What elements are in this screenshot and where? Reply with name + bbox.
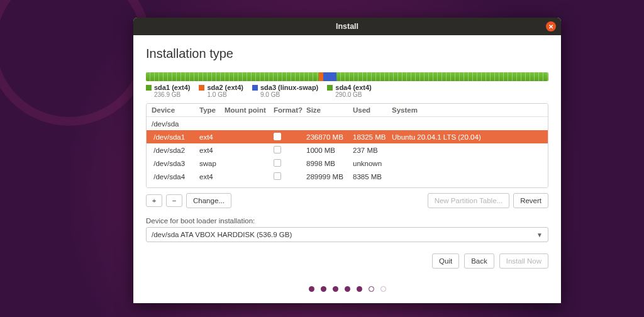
boot-loader-value: /dev/sda ATA VBOX HARDDISK (536.9 GB) (152, 231, 292, 238)
legend-swatch (146, 85, 152, 91)
legend-size: 236.9 GB (154, 91, 190, 98)
format-checkbox[interactable] (274, 159, 281, 167)
table-row[interactable]: /dev/sda1ext4236870 MB18325 MBUbuntu 20.… (147, 130, 548, 143)
legend-swatch (252, 85, 258, 91)
table-row[interactable]: /dev/sda2ext41000 MB237 MB (147, 143, 548, 157)
legend-label: sda4 (ext4) (335, 84, 371, 91)
format-checkbox[interactable] (274, 133, 281, 140)
legend-size: 1.0 GB (207, 91, 243, 98)
cell-device: /dev/sda1 (152, 133, 199, 141)
cell-system: Ubuntu 20.04.1 LTS (20.04) (392, 133, 543, 141)
back-button[interactable]: Back (464, 253, 494, 269)
page-title: Installation type (146, 47, 548, 61)
format-checkbox[interactable] (274, 146, 281, 153)
cell-used: 237 MB (353, 147, 392, 154)
col-size: Size (306, 106, 353, 114)
cell-size: 236870 MB (306, 133, 353, 141)
cell-used: 8385 MB (353, 173, 392, 181)
col-device: Device (152, 106, 199, 114)
cell-device: /dev/sda4 (152, 173, 199, 181)
quit-button[interactable]: Quit (432, 253, 459, 269)
cell-device: /dev/sda (152, 120, 199, 128)
install-now-button[interactable]: Install Now (499, 253, 548, 269)
close-icon: ✕ (548, 23, 553, 30)
cell-type: ext4 (199, 173, 225, 181)
cell-device: /dev/sda2 (152, 147, 199, 154)
cell-size: 1000 MB (306, 147, 353, 154)
titlebar: Install ✕ (133, 18, 561, 35)
legend-item: sda3 (linux-swap)9.0 GB (252, 84, 318, 98)
cell-format (274, 172, 306, 181)
add-partition-button[interactable]: + (146, 194, 162, 207)
table-row[interactable]: /dev/sda3swap8998 MBunknown (147, 157, 548, 170)
col-format: Format? (274, 106, 306, 114)
cell-format (274, 146, 306, 155)
legend-item: sda2 (ext4)1.0 GB (199, 84, 243, 98)
partition-toolbar: + − Change... New Partition Table... Rev… (146, 193, 548, 208)
legend-item: sda1 (ext4)236.9 GB (146, 84, 190, 98)
legend-label: sda1 (ext4) (154, 84, 190, 91)
table-row[interactable]: /dev/sda4ext4289999 MB8385 MB (147, 170, 548, 183)
cell-used: unknown (353, 160, 392, 167)
cell-type: ext4 (199, 133, 225, 141)
legend-swatch (199, 85, 204, 91)
legend-size: 9.0 GB (260, 91, 318, 98)
legend-label: sda3 (linux-swap) (260, 84, 318, 91)
cell-used: 18325 MB (353, 133, 392, 141)
col-type: Type (199, 106, 225, 114)
cell-type: ext4 (199, 147, 225, 154)
cell-format (274, 159, 306, 168)
new-partition-table-button[interactable]: New Partition Table... (428, 193, 509, 208)
progress-dots (146, 286, 548, 298)
table-row[interactable]: /dev/sdb (147, 183, 548, 187)
partition-bar (146, 72, 548, 81)
legend-swatch (327, 85, 333, 91)
cell-size: 8998 MB (306, 160, 353, 167)
table-body[interactable]: /dev/sda /dev/sda1ext4236870 MB18325 MBU… (147, 117, 548, 187)
boot-loader-select[interactable]: /dev/sda ATA VBOX HARDDISK (536.9 GB) ▼ (146, 227, 548, 242)
cell-format (274, 133, 306, 142)
cell-device: /dev/sdb (152, 186, 199, 188)
table-header: Device Type Mount point Format? Size Use… (147, 104, 548, 117)
cell-device: /dev/sda3 (152, 160, 199, 167)
cell-size: 289999 MB (306, 173, 353, 181)
chevron-down-icon: ▼ (536, 231, 543, 238)
wizard-nav: Quit Back Install Now (146, 253, 548, 269)
legend-label: sda2 (ext4) (207, 84, 243, 91)
partition-table: Device Type Mount point Format? Size Use… (146, 103, 548, 188)
partition-legend: sda1 (ext4)236.9 GBsda2 (ext4)1.0 GBsda3… (146, 84, 548, 98)
col-used: Used (353, 106, 392, 114)
col-system: System (392, 106, 543, 114)
revert-button[interactable]: Revert (513, 193, 548, 208)
legend-item: sda4 (ext4)290.0 GB (327, 84, 371, 98)
remove-partition-button[interactable]: − (166, 194, 182, 207)
table-row[interactable]: /dev/sda (147, 117, 548, 130)
change-partition-button[interactable]: Change... (186, 193, 231, 208)
installer-window: Install ✕ Installation type sda1 (ext4)2… (133, 18, 561, 303)
window-title: Install (336, 22, 358, 31)
cell-type: swap (199, 160, 225, 167)
close-button[interactable]: ✕ (546, 21, 556, 31)
col-mount: Mount point (225, 106, 274, 114)
format-checkbox[interactable] (274, 172, 281, 180)
legend-size: 290.0 GB (335, 91, 371, 98)
boot-loader-label: Device for boot loader installation: (146, 217, 548, 225)
